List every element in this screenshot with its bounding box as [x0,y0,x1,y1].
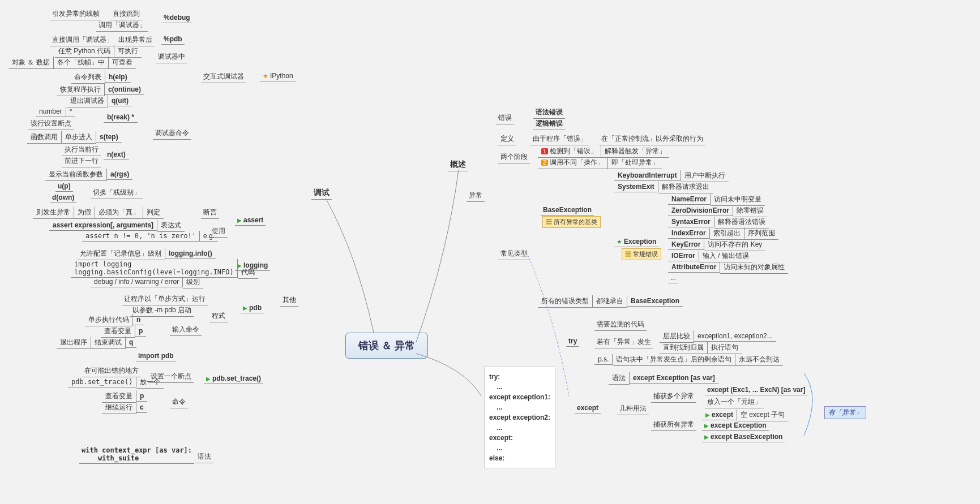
pdb-n: 单步执行代码n [85,314,144,326]
cmd-step: 函数调用单步进入s(tep) [27,131,122,144]
with-label: 语法 [195,451,213,463]
ppdb-cmd[interactable]: %pdb [161,34,185,45]
try-syntax-box: try: ... except exception1: ... except e… [484,367,555,468]
try-compare: 层层比较exception1, exception2... [660,330,776,343]
settrace-node[interactable]: pdb.set_trace() [204,373,263,384]
pdebug-c: 调用「调试器」 [96,19,148,32]
exc-def-a: 由于程序「错误」 [530,133,589,145]
indbg-row2: 对象 ＆ 数据各个「线帧」中可查看 [8,57,136,69]
except-usages[interactable]: 几种用法 [617,403,649,415]
assert-eg: assert n != 0, 'n is zero!'e.g. [82,231,218,242]
cmd-up: u(p) [55,181,73,192]
ppdb-a: 直接调用「调试器」 [50,34,115,46]
error-node[interactable]: 错误 [496,112,514,124]
pdb-node[interactable]: pdb [241,303,264,313]
debug-node[interactable]: 调试 [311,187,332,200]
settrace-import: import pdb [136,351,176,361]
settrace-cmd: 命令 [170,396,188,408]
pdb-incmd: 输入命令 [170,324,202,336]
cmd-next-d1: 执行当前行 [62,144,101,156]
root-node[interactable]: 错误 ＆ 异常 [345,333,428,359]
cmd-break: b(reak) * [104,112,138,123]
cmd-help: 命令列表h(elp) [71,71,131,84]
exc-def-b: 在「正常控制流」以外采取的行为 [599,133,705,145]
pdebug-b: 直接跳到 [110,8,142,20]
logging-info: 允许配置「记录信息」级别logging.info() [76,248,216,260]
assert-expr: assert expression[, arguments]表达式 [49,219,185,232]
try-ps: p.s.语句块中「异常发生点」后的剩余语句永远不会到达 [594,354,783,366]
all-inherit: 所有的错误类型都继承自BaseException [538,295,683,308]
two-phases[interactable]: 两个阶段 [498,151,530,163]
except-multi-a: except (Exc1, ... ExcN) [as var] [705,385,807,395]
syntax-error: 语法错误 [533,106,565,119]
etc: ... [668,273,678,283]
exc-def[interactable]: 定义 [498,133,516,145]
indbg-row1: 任意 Python 代码可执行 [55,45,142,58]
index-error: IndexError索引超出序列范围 [668,227,778,240]
overview-node[interactable]: 概述 [448,158,468,171]
phase2: 调用不同「操作」即「处理异常」 [538,157,662,169]
except-all-c: except BaseException [702,432,785,442]
cmd-cont: 恢复程序执行c(ontinue) [57,84,144,96]
base-exception-note: 所有异常的基类 [542,216,601,228]
assert-label: 断言 [201,206,219,219]
settrace-put: pdb.set_trace()放一个 [68,376,164,389]
cmd-break-d3: 该行设置断点 [28,118,74,130]
cmd-next: n(ext) [104,149,129,160]
assert-node[interactable]: assert [235,215,266,226]
ppdb-b: 出现异常后 [116,34,155,46]
try-until: 直到找到归属执行语句 [660,342,742,354]
except-all-b: except Exception [702,420,769,431]
phase1: 检测到「错误」解释器触发「异常」 [538,145,669,158]
except-multi-b: 放入一个「元组」 [705,396,764,408]
base-exception[interactable]: BaseException [541,205,594,216]
logic-error: 逻辑错误 [533,118,565,130]
zero-div-error: ZeroDivisionError除零错误 [668,205,767,217]
settrace-p: 查看变量p [102,390,147,403]
logging-levels: debug / info / warning / error级别 [91,276,203,288]
except-node[interactable]: except [575,403,601,413]
syntax-error-2: SyntaxError解释器语法错误 [668,216,769,229]
pdb-q: 退出程序结束调试q [57,337,136,349]
exception-class-note: 常规错误 [622,248,661,260]
pdb-p: 查看变量p [101,325,146,338]
except-syntax: 语法except Exception [as var] [609,372,718,385]
attribute-error: AttributeError访问未知的对象属性 [668,261,788,274]
cmd-quit: 退出调试器q(uit) [67,95,132,107]
cmd-switch-level: 切换「栈级别」 [91,187,143,199]
cmd-down: d(own) [50,192,76,203]
in-debugger[interactable]: 调试器中 [156,51,187,63]
cmd-args: 显示当前函数参数a(rgs) [45,169,132,181]
pdb-mode: 程式 [209,310,228,322]
exception-class[interactable]: Exception [614,236,658,247]
keyboard-interrupt: KeyboardInterrupt用户中断执行 [614,170,729,182]
try-monitor: 需要监测的代码 [594,318,647,331]
try-node[interactable]: try [566,336,579,347]
except-multi[interactable]: 捕获多个异常 [651,390,696,403]
cmd-break-d: number* [36,106,75,117]
name-error: NameError访问未申明变量 [668,193,765,206]
has-exception-tag: 有「异常」 [824,406,866,419]
with-syntax: with context_expr [as var]: with_suite [79,445,194,464]
pdebug-cmd[interactable]: %debug [161,12,192,23]
cmd-next-d2: 前进下一行 [62,155,101,167]
key-error: KeyError访问不存在的 Key [668,239,765,251]
except-all[interactable]: 捕获所有异常 [651,419,696,431]
assert-judge-row: 则发生异常为假必须为「真」判定 [33,206,164,219]
pdb-run: 让程序以「单步方式」运行 [122,293,208,305]
debugger-commands[interactable]: 调试器命令 [153,127,191,140]
pdebug-a: 引发异常的线帧 [50,8,102,20]
common-types[interactable]: 常见类型 [498,248,530,260]
try-if-exc: 若有「异常」发生 [594,336,653,348]
other-node[interactable]: 其他 [280,294,298,307]
settrace-where: 在可能出错的地方 [82,365,141,377]
interactive-debugger[interactable]: 交互式调试器 [201,71,246,83]
except-all-a: except空 except 子句 [702,409,788,421]
settrace-c: 继续运行c [102,402,147,414]
system-exit: SystemExit解释器请求退出 [614,181,713,193]
exception-node[interactable]: 异常 [467,189,485,202]
io-error: IOError输入 / 输出错误 [668,250,752,262]
ipython-node[interactable]: IPython [260,71,296,81]
